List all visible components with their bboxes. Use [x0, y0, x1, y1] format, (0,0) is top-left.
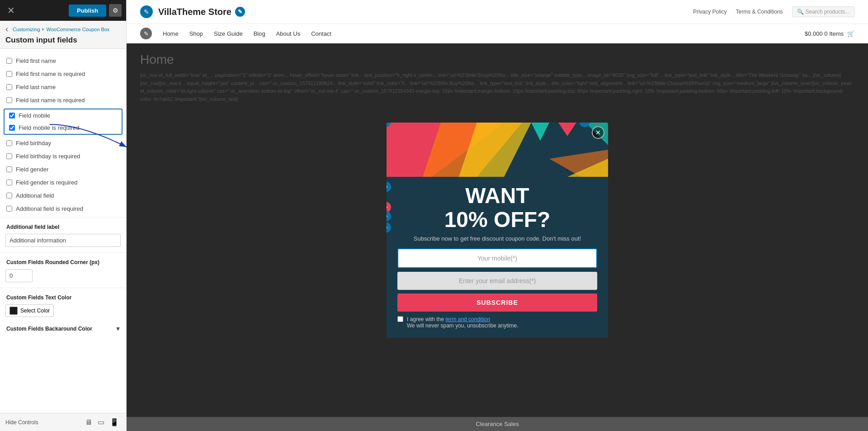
popup-terms-link[interactable]: term and condition	[445, 316, 490, 322]
hide-controls-text: Hide Controls	[5, 419, 38, 426]
field-item-last-name[interactable]: Field last name	[0, 81, 126, 94]
divider-1	[0, 217, 126, 218]
field-item-gender-required[interactable]: Field gender is required	[0, 176, 126, 189]
nav-edit-icon[interactable]: ✎	[140, 28, 152, 39]
field-gender-required-label: Field gender is required	[16, 179, 78, 186]
field-additional-required-label: Additional field is required	[16, 205, 83, 212]
field-gender-required-checkbox[interactable]	[6, 180, 12, 185]
fake-site: ✎ VillaTheme Store ✎ Privacy Policy Term…	[127, 0, 868, 431]
collapse-icon[interactable]: ▾	[116, 324, 120, 333]
nav-home[interactable]: Home	[163, 30, 179, 37]
field-mobile-label: Field mobile	[19, 112, 50, 119]
field-birthday-required-checkbox[interactable]	[6, 153, 12, 159]
close-button[interactable]: ✕	[5, 5, 18, 16]
sidebar-title: Custom input fields	[5, 36, 121, 45]
site-header-right: Privacy Policy Terms & Conditions 🔍 Sear…	[693, 6, 854, 17]
cart-icon: 🛒	[847, 30, 854, 37]
field-item-additional-required[interactable]: Additional field is required	[0, 202, 126, 215]
field-birthday-required-label: Field birthday is required	[16, 153, 80, 160]
popup: ✕ ✎ ✎	[387, 123, 608, 338]
desktop-icon-button[interactable]: 🖥	[83, 417, 94, 427]
field-additional-required-checkbox[interactable]	[6, 206, 12, 212]
popup-mobile-input[interactable]	[397, 248, 597, 268]
tablet-icon-button[interactable]: ▭	[96, 417, 106, 427]
mobile-icon-button[interactable]: 📱	[108, 417, 121, 427]
site-logo: VillaTheme Store ✎	[158, 7, 245, 17]
bottom-bar-text: Clearance Sales	[476, 421, 519, 427]
field-last-name-required-checkbox[interactable]	[6, 97, 12, 103]
background-color-label: Custom Fields Backaround Color	[6, 326, 92, 332]
field-birthday-checkbox[interactable]	[6, 140, 12, 146]
sidebar-footer: Hide Controls 🖥 ▭ 📱	[0, 413, 126, 431]
field-last-name-checkbox[interactable]	[6, 84, 12, 90]
field-item-first-name[interactable]: Field first name	[0, 54, 126, 67]
divider-3	[0, 288, 126, 288]
site-search[interactable]: 🔍 Search products...	[792, 6, 854, 17]
site-body: Home [vc_row et_full_width="true" et_...…	[127, 43, 868, 417]
background-color-section: Custom Fields Backaround Color ▾	[0, 321, 126, 335]
nav-shop[interactable]: Shop	[189, 30, 203, 37]
sidebar: ✕ Publish ⚙ ‹ Customizing ▸ WooCommerce …	[0, 0, 127, 431]
sidebar-header: ✕ Publish ⚙	[0, 0, 126, 21]
popup-email-input[interactable]	[397, 272, 597, 290]
field-item-additional[interactable]: Additional field	[0, 189, 126, 202]
search-icon: 🔍	[797, 9, 804, 15]
privacy-policy-link[interactable]: Privacy Policy	[693, 9, 727, 15]
field-item-last-name-required[interactable]: Field last name is required	[0, 94, 126, 107]
field-mobile-checkbox[interactable]	[9, 113, 15, 118]
field-item-gender[interactable]: Field gender	[0, 163, 126, 176]
divider-2	[0, 252, 126, 253]
terms-conditions-link[interactable]: Terms & Conditions	[736, 9, 783, 15]
site-logo-icon: ✎	[235, 7, 245, 17]
publish-button[interactable]: Publish	[69, 5, 106, 17]
field-last-name-required-label: Field last name is required	[16, 97, 85, 104]
site-logo-text: VillaTheme Store	[158, 7, 231, 17]
field-birthday-label: Field birthday	[16, 140, 51, 147]
field-first-name-label: Field first name	[16, 57, 56, 64]
nav-size-guide[interactable]: Size Guide	[214, 30, 243, 37]
additional-field-label-input[interactable]	[5, 234, 121, 247]
field-item-mobile-required[interactable]: Field mobile is required	[5, 122, 122, 134]
nav-cart[interactable]: $0.000 0 Items 🛒	[805, 30, 854, 37]
sidebar-scroll-area: Field first name Field first name is req…	[0, 49, 126, 413]
field-item-mobile[interactable]: Field mobile	[5, 109, 122, 122]
breadcrumb-separator: ▸	[42, 26, 45, 32]
site-header: ✎ VillaTheme Store ✎ Privacy Policy Term…	[127, 0, 868, 24]
field-first-name-required-label: Field first name is required	[16, 71, 85, 77]
popup-terms-checkbox[interactable]	[397, 316, 403, 322]
back-button[interactable]: ‹	[5, 24, 8, 34]
field-item-birthday-required[interactable]: Field birthday is required	[0, 150, 126, 163]
site-edit-icon[interactable]: ✎	[140, 5, 153, 18]
field-last-name-label: Field last name	[16, 84, 56, 90]
popup-subscribe-button[interactable]: SUBSCRIBE	[397, 294, 597, 312]
popup-headline-line1: WANT	[397, 184, 597, 208]
nav-about-us[interactable]: About Us	[276, 30, 300, 37]
highlighted-group: Field mobile Field mobile is required	[4, 109, 123, 135]
nav-blog[interactable]: Blog	[254, 30, 265, 37]
field-item-birthday[interactable]: Field birthday	[0, 137, 126, 150]
rounded-corner-input[interactable]	[5, 269, 33, 282]
rounded-corner-section-label: Custom Fields Rounded Corner (px)	[0, 255, 126, 267]
site-nav: ✎ Home Shop Size Guide Blog About Us Con…	[127, 24, 868, 43]
popup-terms-text-group: I agree with the term and condition We w…	[407, 316, 519, 329]
field-additional-checkbox[interactable]	[6, 193, 12, 199]
popup-close-button[interactable]: ✕	[592, 126, 604, 139]
breadcrumb-area: ‹ Customizing ▸ WooCommerce Coupon Box C…	[0, 21, 126, 49]
popup-spam-note: We will never spam you, unsubscribe anyt…	[407, 322, 519, 329]
nav-contact[interactable]: Contact	[311, 30, 331, 37]
publish-group: Publish ⚙	[69, 4, 122, 17]
color-swatch	[9, 307, 18, 315]
field-item-first-name-required[interactable]: Field first name is required	[0, 67, 126, 81]
bottom-bar: Clearance Sales	[127, 417, 868, 431]
popup-body: WANT 10% OFF? Subscribe now to get free …	[387, 177, 608, 338]
breadcrumb-section: WooCommerce Coupon Box	[47, 27, 110, 32]
popup-headline: WANT 10% OFF?	[397, 184, 597, 232]
popup-terms-prefix: I agree with the	[407, 316, 444, 322]
hide-controls-label: Hide Controls	[5, 419, 38, 426]
field-mobile-required-checkbox[interactable]	[9, 125, 15, 131]
field-first-name-required-checkbox[interactable]	[6, 71, 12, 77]
field-gender-checkbox[interactable]	[6, 166, 12, 172]
field-first-name-checkbox[interactable]	[6, 58, 12, 64]
select-color-button[interactable]: Select Color	[5, 304, 54, 317]
gear-button[interactable]: ⚙	[109, 4, 122, 17]
